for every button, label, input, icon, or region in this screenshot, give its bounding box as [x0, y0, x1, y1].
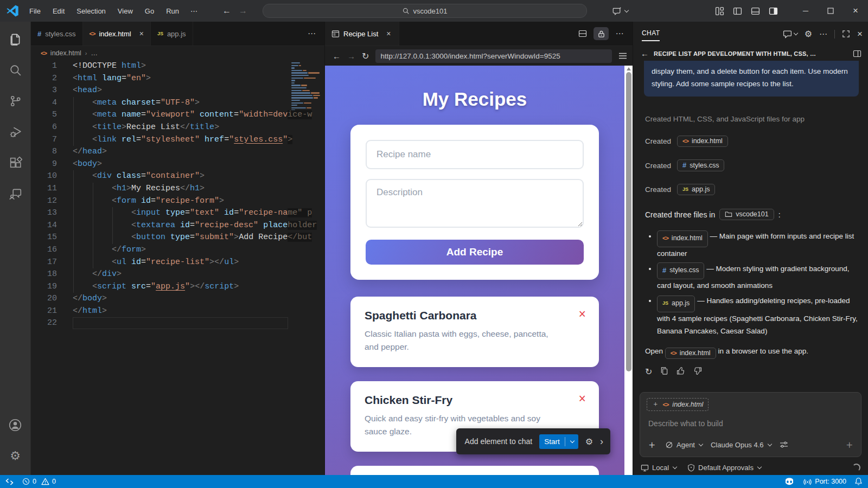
source-control-icon[interactable] [0, 87, 31, 114]
close-panel-icon[interactable]: × [857, 29, 863, 40]
chat-more-actions-icon[interactable]: ⋯ [819, 29, 827, 39]
notifications-bell-icon[interactable] [854, 477, 863, 486]
menu-go[interactable]: Go [140, 5, 159, 17]
chat-input-box[interactable]: ＋ <> index.html Describe what to build ＋… [640, 392, 861, 457]
code-token: head [82, 147, 102, 156]
scrollbar-thumb[interactable] [626, 72, 631, 371]
mode-picker[interactable]: Agent [665, 441, 703, 449]
tab-recipe-list[interactable]: Recipe List × [325, 22, 399, 46]
url-bar[interactable]: http://127.0.0.1:3000/index.html?serverW… [375, 49, 612, 63]
line-number: 12 [31, 195, 57, 208]
chat-panel-title[interactable]: CHAT [642, 29, 660, 39]
delete-recipe-icon[interactable]: × [579, 309, 586, 319]
lock-icon[interactable] [593, 27, 609, 40]
problems-indicator[interactable]: 0 0 [22, 478, 56, 485]
new-chat-dropdown[interactable] [783, 29, 797, 38]
browser-back-icon[interactable]: ← [333, 52, 341, 61]
settings-gear-icon[interactable]: ⚙ [0, 442, 31, 470]
port-indicator[interactable]: Port: 3000 [803, 478, 846, 486]
chat-sidebar-icon[interactable] [0, 180, 31, 207]
copilot-status-icon[interactable] [784, 477, 795, 486]
code-editor[interactable]: 1<!DOCTYPE html>2<html lang="en">3<head>… [31, 60, 324, 475]
browser-forward-icon[interactable]: → [347, 52, 355, 61]
tab-app-js[interactable]: JS app.js [151, 22, 193, 46]
menu-run[interactable]: Run [161, 5, 184, 17]
breadcrumb[interactable]: <> index.html › … [31, 46, 324, 60]
command-center-search[interactable]: vscode101 [263, 4, 587, 18]
file-chip-index-html[interactable]: <>index.html [677, 136, 728, 147]
search-sidebar-icon[interactable] [0, 56, 31, 84]
breadcrumb-file[interactable]: index.html [50, 49, 81, 57]
approvals-picker[interactable]: Default Approvals [687, 464, 761, 472]
accounts-icon[interactable] [0, 412, 31, 439]
menu-view[interactable]: View [113, 5, 138, 17]
history-back-icon[interactable]: ← [222, 6, 231, 16]
message-actions: ↻ [642, 367, 859, 377]
copy-icon[interactable] [660, 367, 668, 375]
chat-settings-gear-icon[interactable]: ⚙ [805, 29, 812, 39]
window-maximize-button[interactable] [818, 0, 843, 22]
browser-reload-icon[interactable]: ↻ [362, 51, 369, 61]
breadcrumb-symbol[interactable]: … [91, 49, 98, 57]
copilot-chat-toggle[interactable] [612, 6, 628, 16]
toggle-panel-icon[interactable] [751, 7, 760, 16]
browser-more-actions-icon[interactable]: ⋯ [612, 27, 627, 40]
file-chip-styles-css[interactable]: #styles.css [677, 159, 724, 171]
tab-close-icon[interactable]: × [139, 29, 144, 38]
history-forward-icon[interactable]: → [239, 6, 247, 16]
open-chat-in-editor-icon[interactable] [853, 49, 861, 58]
menu-overflow-icon[interactable]: ⋯ [186, 5, 202, 17]
explorer-icon[interactable] [0, 25, 31, 53]
line-number: 2 [31, 73, 57, 85]
chat-back-icon[interactable]: ← [641, 49, 649, 58]
editor-actions-more-icon[interactable]: ⋯ [299, 22, 324, 46]
regenerate-icon[interactable]: ↻ [645, 367, 652, 377]
toggle-secondary-sidebar-icon[interactable] [769, 7, 778, 16]
chat-thread-title[interactable]: RECIPE LIST APP DEVELOPMENT WITH HTML, C… [654, 50, 848, 57]
window-close-button[interactable]: × [843, 0, 868, 22]
folder-chip-vscode101[interactable]: vscode101 [719, 209, 774, 220]
shield-icon [687, 464, 695, 472]
menu-edit[interactable]: Edit [48, 5, 69, 17]
recipe-description-textarea[interactable] [366, 179, 584, 228]
monitor-icon [641, 464, 649, 472]
hamburger-menu-icon[interactable] [618, 52, 627, 60]
window-minimize-button[interactable]: ─ [793, 0, 818, 22]
start-button[interactable]: Start [539, 434, 578, 449]
tab-close-icon[interactable]: × [386, 29, 391, 38]
remote-indicator[interactable] [5, 478, 14, 485]
toggle-sidebar-icon[interactable] [733, 7, 742, 16]
overlay-settings-gear-icon[interactable]: ⚙ [585, 436, 593, 447]
delete-recipe-icon[interactable]: × [579, 393, 586, 404]
file-chip-app-js[interactable]: JSapp.js [677, 184, 715, 195]
code-token: script [205, 282, 234, 291]
attach-icon[interactable]: ＋ [647, 438, 657, 452]
file-chip-index-html[interactable]: <>index.html [657, 230, 708, 247]
menu-selection[interactable]: Selection [72, 5, 110, 17]
chat-progress-text: Created HTML, CSS, and JavaScript files … [642, 115, 859, 123]
scroll-up-icon[interactable] [627, 67, 631, 70]
overlay-next-icon[interactable]: › [600, 436, 603, 447]
environment-picker[interactable]: Local [641, 464, 676, 472]
file-chip-index-html[interactable]: <>index.html [665, 348, 716, 359]
tab-styles-css[interactable]: # styles.css [31, 22, 83, 46]
run-debug-icon[interactable] [0, 118, 31, 145]
split-editor-icon[interactable] [575, 27, 590, 40]
menu-file[interactable]: File [24, 5, 46, 17]
add-recipe-button[interactable]: Add Recipe [366, 240, 584, 265]
file-chip-app-js[interactable]: JSapp.js [657, 296, 695, 312]
file-chip-styles-css[interactable]: #styles.css [657, 262, 704, 279]
code-text: <html lang="en"> [57, 73, 151, 85]
recipe-name-input[interactable] [366, 140, 584, 169]
send-button[interactable]: ＋ [844, 438, 854, 452]
customize-layout-icon[interactable] [715, 7, 724, 16]
thumbs-up-icon[interactable] [676, 367, 685, 375]
context-attachment-chip[interactable]: ＋ <> index.html [647, 398, 709, 411]
thumbs-down-icon[interactable] [693, 367, 702, 375]
extensions-icon[interactable] [0, 149, 31, 176]
model-picker[interactable]: Claude Opus 4.6 [711, 441, 771, 449]
tab-index-html[interactable]: <> index.html × [83, 22, 151, 46]
maximize-panel-icon[interactable] [842, 30, 850, 38]
browser-scrollbar[interactable] [624, 66, 633, 475]
tools-sliders-icon[interactable] [780, 441, 788, 448]
